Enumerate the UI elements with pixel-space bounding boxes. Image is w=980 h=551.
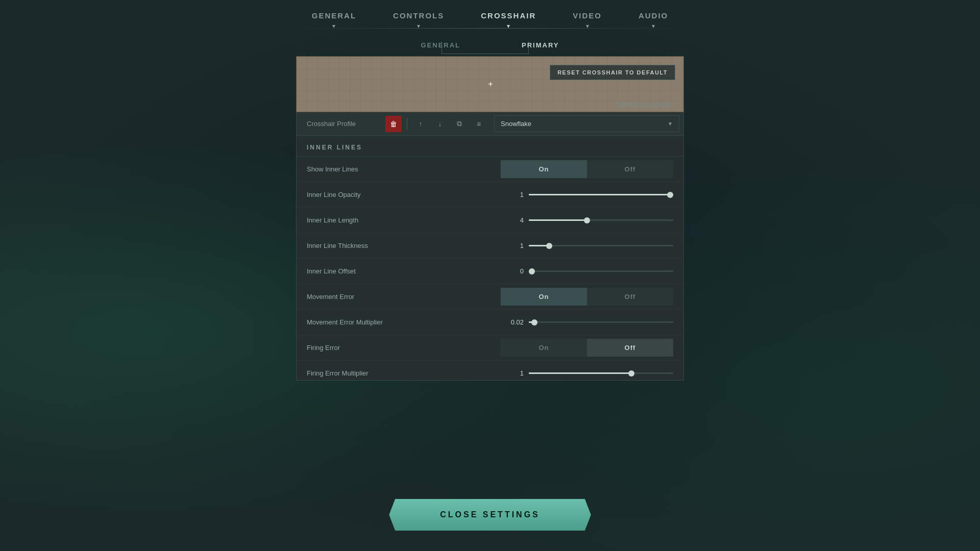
slider-value-firing-error-multiplier: 1: [501, 369, 524, 377]
setting-label-firing-error: Firing Error: [307, 344, 501, 352]
reset-crosshair-button[interactable]: RESET CROSSHAIR TO DEFAULT: [550, 65, 675, 80]
setting-row-show-inner-lines: Show Inner Lines On Off: [297, 157, 683, 182]
subnav-line-horiz: [442, 54, 529, 54]
setting-label-show-inner-lines: Show Inner Lines: [307, 165, 501, 173]
profile-dropdown[interactable]: Snowflake ▼: [494, 115, 679, 132]
close-settings-button[interactable]: CLOSE SETTINGS: [389, 499, 591, 531]
setting-control-show-inner-lines: On Off: [501, 160, 673, 178]
slider-value-inner-line-offset: 0: [501, 267, 524, 275]
sub-nav: GENERAL PRIMARY: [421, 41, 559, 49]
slider-value-inner-line-length: 4: [501, 216, 524, 224]
share-profile-button[interactable]: ↑: [412, 116, 429, 132]
slider-input-inner-line-opacity[interactable]: [529, 194, 673, 195]
page-wrapper: GENERAL CONTROLS CROSSHAIR VIDEO AUDIO G…: [0, 0, 980, 551]
delete-profile-button[interactable]: 🗑: [385, 116, 402, 132]
slider-input-inner-line-length[interactable]: [529, 219, 673, 221]
setting-label-firing-error-multiplier: Firing Error Multiplier: [307, 369, 501, 377]
nav-item-crosshair[interactable]: CROSSHAIR: [462, 7, 554, 24]
setting-row-firing-error: Firing Error On Off: [297, 335, 683, 361]
nav-items: GENERAL CONTROLS CROSSHAIR VIDEO AUDIO: [293, 7, 687, 24]
setting-control-movement-error: On Off: [501, 288, 673, 306]
setting-row-movement-error-multiplier: Movement Error Multiplier 0.02: [297, 310, 683, 335]
copy-profile-button[interactable]: ⧉: [451, 116, 468, 132]
toggle-group-firing-error: On Off: [501, 339, 673, 357]
toggle-on-movement-error[interactable]: On: [501, 288, 587, 306]
profile-label: Crosshair Profile: [301, 117, 382, 131]
setting-label-inner-line-thickness: Inner Line Thickness: [307, 242, 501, 249]
setting-control-inner-line-offset: 0: [501, 267, 673, 275]
toggle-on-firing-error[interactable]: On: [501, 339, 587, 357]
setting-control-firing-error: On Off: [501, 339, 673, 357]
elements-misaligned-link[interactable]: Elements misaligned?: [616, 101, 675, 108]
crosshair-symbol: +: [488, 80, 493, 89]
setting-row-inner-line-opacity: Inner Line Opacity 1: [297, 182, 683, 208]
slider-input-inner-line-thickness[interactable]: [529, 245, 673, 246]
slider-input-inner-line-offset[interactable]: [529, 270, 673, 272]
setting-label-inner-line-opacity: Inner Line Opacity: [307, 191, 501, 198]
toggle-group-movement-error: On Off: [501, 288, 673, 306]
slider-input-movement-error-multiplier[interactable]: [529, 321, 673, 323]
setting-label-inner-line-length: Inner Line Length: [307, 216, 501, 224]
setting-row-firing-error-multiplier: Firing Error Multiplier 1: [297, 361, 683, 381]
setting-row-inner-line-offset: Inner Line Offset 0: [297, 259, 683, 284]
setting-row-movement-error: Movement Error On Off: [297, 284, 683, 310]
slider-value-movement-error-multiplier: 0.02: [501, 318, 524, 326]
close-settings-wrapper: CLOSE SETTINGS: [389, 499, 591, 531]
slider-value-inner-line-opacity: 1: [501, 191, 524, 198]
setting-control-inner-line-opacity: 1: [501, 191, 673, 198]
chevron-down-icon: ▼: [668, 121, 673, 127]
setting-row-inner-line-thickness: Inner Line Thickness 1: [297, 233, 683, 259]
import-profile-button[interactable]: ≡: [471, 116, 487, 132]
top-nav: GENERAL CONTROLS CROSSHAIR VIDEO AUDIO: [0, 0, 980, 24]
nav-item-general[interactable]: GENERAL: [293, 7, 375, 24]
profile-divider: [407, 118, 407, 130]
setting-control-inner-line-length: 4: [501, 216, 673, 224]
preview-area: + RESET CROSSHAIR TO DEFAULT Elements mi…: [296, 56, 684, 112]
nav-item-audio[interactable]: AUDIO: [620, 7, 687, 24]
slider-value-inner-line-thickness: 1: [501, 242, 524, 249]
toggle-on-show-inner-lines[interactable]: On: [501, 160, 587, 178]
profile-bar: Crosshair Profile 🗑 ↑ ↓ ⧉ ≡ Snowflake ▼: [296, 112, 684, 136]
sub-nav-item-primary[interactable]: PRIMARY: [522, 41, 559, 49]
setting-control-firing-error-multiplier: 1: [501, 369, 673, 377]
slider-input-firing-error-multiplier[interactable]: [529, 372, 673, 374]
nav-item-controls[interactable]: CONTROLS: [375, 7, 462, 24]
inner-lines-header: INNER LINES: [297, 136, 683, 157]
toggle-off-show-inner-lines[interactable]: Off: [587, 160, 673, 178]
setting-label-inner-line-offset: Inner Line Offset: [307, 267, 501, 275]
toggle-off-movement-error[interactable]: Off: [587, 288, 673, 306]
download-profile-button[interactable]: ↓: [432, 116, 448, 132]
main-content: + RESET CROSSHAIR TO DEFAULT Elements mi…: [296, 56, 684, 381]
setting-control-movement-error-multiplier: 0.02: [501, 318, 673, 326]
sub-nav-item-general[interactable]: GENERAL: [421, 41, 460, 49]
setting-label-movement-error-multiplier: Movement Error Multiplier: [307, 318, 501, 326]
toggle-off-firing-error[interactable]: Off: [587, 339, 673, 357]
setting-control-inner-line-thickness: 1: [501, 242, 673, 249]
setting-label-movement-error: Movement Error: [307, 293, 501, 300]
settings-panel[interactable]: INNER LINES Show Inner Lines On Off Inne…: [296, 136, 684, 381]
nav-item-video[interactable]: VIDEO: [554, 7, 620, 24]
profile-dropdown-value: Snowflake: [501, 120, 531, 128]
toggle-group-show-inner-lines: On Off: [501, 160, 673, 178]
setting-row-inner-line-length: Inner Line Length 4: [297, 208, 683, 233]
